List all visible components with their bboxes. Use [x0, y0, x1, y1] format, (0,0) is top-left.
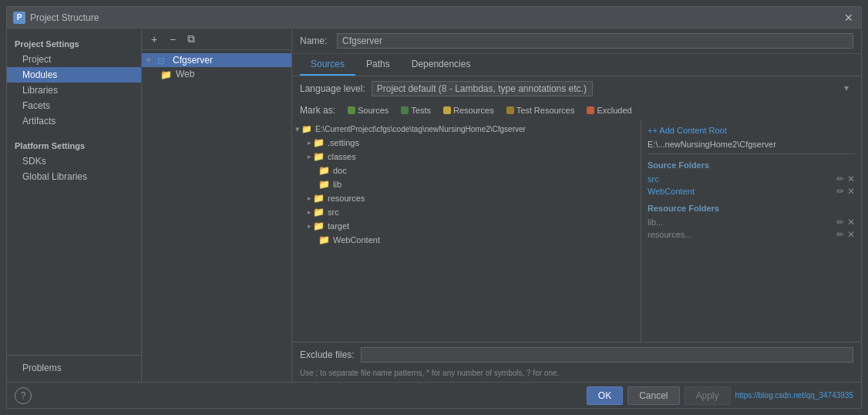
source-folders-title: Source Folders — [648, 160, 855, 170]
language-level-label: Language level: — [300, 83, 365, 94]
name-row: Name: — [292, 29, 861, 54]
mark-as-tests-button[interactable]: Tests — [396, 104, 436, 116]
source-folder-src-label: src — [648, 174, 659, 184]
language-level-select[interactable]: Project default (8 - Lambdas, type annot… — [372, 81, 593, 96]
ftree-item-resources[interactable]: ▸ 📁 resources — [292, 191, 641, 205]
sidebar-item-problems[interactable]: Problems — [7, 360, 141, 376]
sidebar-item-modules[interactable]: Modules — [7, 67, 141, 83]
sidebar-item-facets[interactable]: Facets — [7, 98, 141, 113]
ok-button[interactable]: OK — [587, 386, 623, 405]
ftree-item-lib[interactable]: 📁 lib — [292, 177, 641, 191]
ftree-label-target: target — [328, 221, 349, 231]
sidebar-item-project[interactable]: Project — [7, 52, 141, 67]
module-toolbar: + − ⧉ — [142, 29, 291, 50]
edit-source-src-button[interactable]: ✏ — [836, 174, 844, 184]
name-input[interactable] — [337, 33, 853, 49]
ftree-label-doc: doc — [333, 166, 347, 175]
resource-folder-resources-actions: ✏ ✕ — [836, 229, 855, 240]
tree-item-label-web: Web — [176, 69, 194, 79]
mark-resources-label: Resources — [453, 106, 494, 115]
remove-resource-resources-button[interactable]: ✕ — [847, 229, 855, 240]
cancel-button[interactable]: Cancel — [627, 386, 679, 405]
tabs-row: Sources Paths Dependencies — [292, 54, 861, 76]
add-content-root-button[interactable]: + + Add Content Root — [648, 126, 855, 135]
mark-sources-label: Sources — [358, 106, 389, 115]
project-settings-title: Project Settings — [7, 35, 141, 52]
edit-resource-lib-button[interactable]: ✏ — [836, 217, 844, 228]
test-resources-dot — [506, 106, 514, 114]
ftree-root-path: E:\CurrentProject\cfgs\code\tag\newNursi… — [315, 125, 526, 133]
mark-as-excluded-button[interactable]: Excluded — [582, 104, 636, 116]
title-bar: P Project Structure ✕ — [7, 7, 861, 29]
tab-paths[interactable]: Paths — [355, 54, 401, 76]
tree-item-web[interactable]: 📁 Web — [142, 67, 291, 81]
bottom-bar: ? OK Cancel Apply https://blog.csdn.net/… — [7, 382, 861, 408]
exclude-input[interactable] — [361, 347, 853, 363]
ftree-item-doc[interactable]: 📁 doc — [292, 164, 641, 177]
platform-settings-title: Platform Settings — [7, 137, 141, 154]
remove-source-src-button[interactable]: ✕ — [847, 174, 855, 184]
sidebar: Project Settings Project Modules Librari… — [7, 29, 142, 382]
exclude-hint: Use ; to separate file name patterns, * … — [300, 369, 853, 377]
mark-as-row: Mark as: Sources Tests Resources Test Re… — [292, 101, 861, 120]
ftree-label-classes: classes — [328, 152, 356, 161]
project-structure-dialog: P Project Structure ✕ Project Settings P… — [6, 6, 862, 409]
source-folder-src-actions: ✏ ✕ — [836, 174, 855, 184]
ftree-item-classes[interactable]: ▸ 📁 classes — [292, 150, 641, 164]
resource-folders-title: Resource Folders — [648, 204, 855, 213]
sidebar-item-sdks[interactable]: SDKs — [7, 154, 141, 169]
tab-dependencies[interactable]: Dependencies — [401, 54, 482, 76]
mark-as-resources-button[interactable]: Resources — [439, 104, 499, 116]
info-panel: + + Add Content Root E:\...newNursingHom… — [641, 120, 861, 342]
tree-item-label-cfgserver: Cfgserver — [173, 55, 213, 66]
mark-test-resources-label: Test Resources — [516, 106, 575, 115]
ftree-root[interactable]: ▾ 📁 E:\CurrentProject\cfgs\code\tag\newN… — [292, 123, 641, 136]
remove-resource-lib-button[interactable]: ✕ — [847, 217, 855, 228]
main-content: Project Settings Project Modules Librari… — [7, 29, 861, 382]
main-panel: Name: Sources Paths Dependencies Languag… — [292, 29, 861, 382]
add-module-button[interactable]: + — [146, 32, 162, 47]
ftree-label-resources: resources — [328, 194, 365, 203]
tree-item-cfgserver[interactable]: ▾ ⊟ Cfgserver — [142, 53, 291, 67]
tests-dot — [401, 106, 409, 114]
exclude-label: Exclude files: — [300, 349, 355, 360]
mark-as-sources-button[interactable]: Sources — [343, 104, 393, 116]
ftree-label-src: src — [328, 208, 339, 217]
apply-button[interactable]: Apply — [685, 386, 731, 405]
mark-as-label: Mark as: — [300, 105, 335, 116]
module-tree: ▾ ⊟ Cfgserver 📁 Web — [142, 50, 291, 382]
url-label: https://blog.csdn.net/qq_34743935 — [735, 391, 853, 400]
sidebar-item-artifacts[interactable]: Artifacts — [7, 113, 141, 129]
ftree-item-webcontent[interactable]: 📁 WebContent — [292, 233, 641, 247]
source-folder-src: src ✏ ✕ — [648, 173, 855, 185]
name-label: Name: — [300, 35, 331, 46]
tab-sources[interactable]: Sources — [300, 54, 355, 76]
resource-folder-lib: lib... ✏ ✕ — [648, 216, 855, 228]
edit-source-webcontent-button[interactable]: ✏ — [836, 186, 844, 197]
sidebar-item-global-libraries[interactable]: Global Libraries — [7, 169, 141, 184]
help-button[interactable]: ? — [15, 387, 32, 404]
expand-arrow-cfgserver: ▾ — [146, 56, 156, 65]
source-folder-webcontent-label: WebContent — [648, 187, 695, 196]
copy-module-button[interactable]: ⧉ — [183, 32, 199, 47]
close-button[interactable]: ✕ — [843, 12, 855, 24]
sidebar-item-libraries[interactable]: Libraries — [7, 83, 141, 98]
resource-folder-lib-label: lib... — [648, 218, 663, 227]
sidebar-bottom: Problems — [7, 355, 141, 376]
ftree-item-settings[interactable]: ▸ 📁 .settings — [292, 136, 641, 150]
ftree-label-settings: .settings — [328, 138, 359, 147]
file-tree-panel: ▾ 📁 E:\CurrentProject\cfgs\code\tag\newN… — [292, 120, 641, 342]
ftree-item-target[interactable]: ▸ 📁 target — [292, 219, 641, 233]
ftree-item-src[interactable]: ▸ 📁 src — [292, 205, 641, 219]
edit-resource-resources-button[interactable]: ✏ — [836, 229, 844, 240]
module-panel: + − ⧉ ▾ ⊟ Cfgserver 📁 Web — [142, 29, 292, 382]
split-content: ▾ 📁 E:\CurrentProject\cfgs\code\tag\newN… — [292, 120, 861, 342]
remove-module-button[interactable]: − — [165, 32, 180, 47]
mark-as-test-resources-button[interactable]: Test Resources — [502, 104, 580, 116]
exclude-row: Exclude files: Use ; to separate file na… — [292, 342, 861, 382]
ftree-label-webcontent: WebContent — [333, 235, 380, 245]
language-row: Language level: Project default (8 - Lam… — [292, 76, 861, 101]
remove-source-webcontent-button[interactable]: ✕ — [847, 186, 855, 197]
excluded-dot — [587, 106, 594, 114]
sources-dot — [348, 106, 355, 114]
